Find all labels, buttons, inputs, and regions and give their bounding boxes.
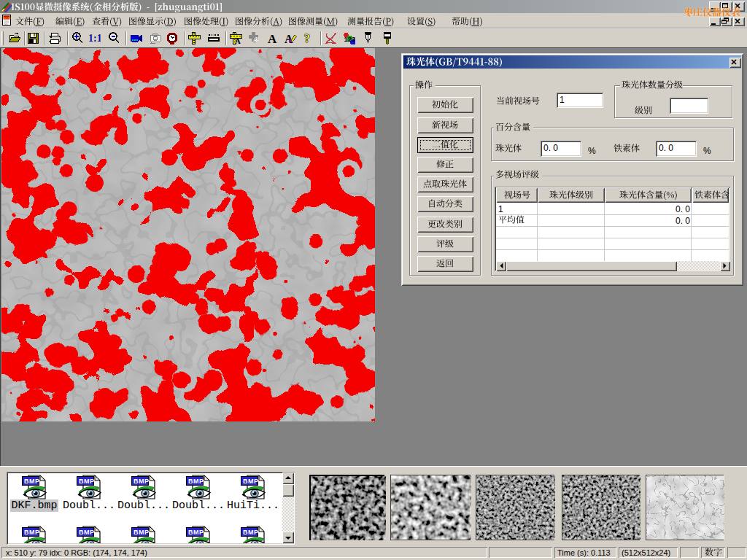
svg-text:BMP: BMP (79, 478, 95, 485)
svg-text:DOC: DOC (4, 16, 11, 20)
svg-text:A: A (268, 32, 277, 44)
svg-text:BMP: BMP (24, 529, 40, 536)
svg-text:BMP: BMP (243, 478, 259, 485)
svg-text:3: 3 (352, 35, 355, 43)
svg-text:BMP: BMP (188, 529, 204, 536)
svg-text:BMP: BMP (24, 478, 40, 485)
svg-text:BMP: BMP (133, 478, 150, 485)
svg-text:?: ? (304, 32, 310, 44)
svg-text:BMP: BMP (243, 529, 259, 536)
svg-text:1:1: 1:1 (88, 33, 101, 44)
svg-text:BMP: BMP (133, 529, 150, 536)
svg-text:BMP: BMP (188, 478, 204, 485)
svg-text:A: A (235, 36, 241, 44)
svg-text:BMP: BMP (79, 529, 95, 536)
